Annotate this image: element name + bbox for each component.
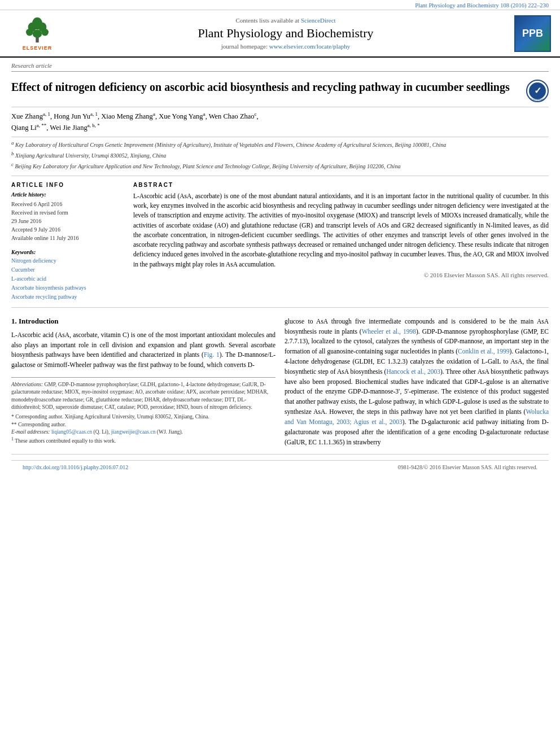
abstract-heading: ABSTRACT [133,182,549,188]
sciencedirect-line: Contents lists available at ScienceDirec… [235,17,335,24]
author-wei-jie-jiang: Wei Jie Jiang [50,124,87,132]
crossmark-icon: ✓ CrossMark [526,80,549,102]
journal-reference-bar: Plant Physiology and Biochemistry 108 (2… [0,0,560,10]
intro-para1: L-Ascorbic acid (AsA, ascorbate, vitamin… [11,330,275,370]
history-title: Article history: [11,191,124,198]
svg-point-4 [26,29,33,36]
keyword-4: Ascorbate biosynthesis pathways [11,283,124,292]
body-right-column: glucose to AsA through five intermediate… [285,317,549,452]
elsevier-tree-icon [20,16,54,44]
author-qiang-li: Qiang Li [11,124,37,132]
homepage-url[interactable]: www.elsevier.com/locate/plaphy [269,43,350,50]
keyword-5: Ascorbate recycling pathway [11,292,124,302]
keywords-title: Keywords: [11,249,124,255]
issn-copyright: 0981-9428/© 2016 Elsevier Masson SAS. Al… [398,464,537,470]
author-xue-zhang: Xue Zhang [11,112,43,120]
svg-text:✓: ✓ [534,86,541,95]
article-type-label: Research article [11,58,549,72]
affiliation-a: a Key Laboratory of Horticultural Crops … [11,139,549,149]
journal-reference: Plant Physiology and Biochemistry 108 (2… [415,2,549,8]
equal-contrib-footnote: 1 These authors contributed equally to t… [11,436,275,445]
abstract-text: L-Ascorbic acid (AsA, ascorbate) is one … [133,191,549,269]
affiliation-c: c Beijing Key Laboratory for Agriculture… [11,161,549,171]
authors-line: Xue Zhanga, 1, Hong Jun Yua, 1, Xiao Men… [11,111,549,133]
corresponding-footnote-1: * Corresponding author. Xinjiang Agricul… [11,413,275,421]
author-hong-jun-yu: Hong Jun Yu [54,112,90,120]
abstract-copyright: © 2016 Elsevier Masson SAS. All rights r… [133,269,549,278]
page-wrapper: Plant Physiology and Biochemistry 108 (2… [0,0,560,747]
title-section: Effect of nitrogen deficiency on ascorbi… [11,76,549,107]
elsevier-label: ELSEVIER [23,45,53,51]
received-date: Received 6 April 2016 [11,200,124,208]
affiliation-b: b Xinjiang Agricultural University, Urum… [11,150,549,160]
journal-center-header: Contents lists available at ScienceDirec… [71,15,500,52]
info-abstract-section: ARTICLE INFO Article history: Received 6… [11,176,549,308]
intro-heading: 1. Introduction [11,317,275,326]
fig1-link[interactable]: Fig. 1 [204,351,220,358]
sciencedirect-link[interactable]: ScienceDirect [301,17,336,24]
abstract-column: ABSTRACT L-Ascorbic acid (AsA, ascorbate… [133,182,549,302]
body-left-column: 1. Introduction L-Ascorbic acid (AsA, as… [11,317,275,452]
email-footnote: E-mail addresses: liqiang05@caas.cn (Q. … [11,429,275,436]
email-link-1[interactable]: liqiang05@caas.cn [51,429,92,435]
main-body: 1. Introduction L-Ascorbic acid (AsA, as… [11,308,549,452]
footnote-section: Abbreviations: GMP, GDP-D-mannose pyroph… [11,377,275,445]
article-info-heading: ARTICLE INFO [11,182,124,188]
author-xue-yong-yang: Xue Yong Yang [159,112,203,120]
corresponding-footnote-2: ** Corresponding author. [11,421,275,429]
received-revised-date: 29 June 2016 [11,217,124,225]
author-xiao-meng-zhang: Xiao Meng Zhang [101,112,153,120]
elsevier-logo-area: ELSEVIER [9,15,65,52]
article-title: Effect of nitrogen deficiency on ascorbi… [11,80,520,94]
journal-header: ELSEVIER Contents lists available at Sci… [0,10,560,58]
homepage-label: journal homepage: [221,43,268,50]
ppb-logo-area: PPB [506,15,551,52]
ppb-logo: PPB [514,15,551,52]
hancock-citation[interactable]: Hancock et al., 2003 [386,368,440,375]
available-online: Available online 11 July 2016 [11,234,124,242]
contents-label: Contents lists available at [235,17,299,24]
wheeler-citation[interactable]: Wheeler et al., 1998 [362,328,416,335]
svg-point-5 [41,29,49,36]
author-wen-chao-zhao: Wen Chao Zhao [209,112,255,120]
email-link-2[interactable]: jiangweijie@caas.cn [111,429,156,435]
accepted-date: Accepted 9 July 2016 [11,225,124,234]
keywords-section: Keywords: Nitrogen deficiency Cucumber L… [11,249,124,302]
wolucka-citation[interactable]: Wolucka and Van Montagu, 2003; Agius et … [285,408,549,425]
svg-text:CrossMark: CrossMark [531,98,545,101]
keyword-3: L-ascorbic acid [11,274,124,283]
article-area: Research article Effect of nitrogen defi… [0,58,560,474]
bottom-bar: http://dx.doi.org/10.1016/j.plaphy.2016.… [11,460,549,474]
keyword-2: Cucumber [11,265,124,274]
intro-para2: glucose to AsA through five intermediate… [285,317,549,448]
article-info-column: ARTICLE INFO Article history: Received 6… [11,182,124,302]
bottom-divider [11,454,549,455]
conklin-citation[interactable]: Conklin et al., 1999 [458,348,509,355]
affiliations-section: a Key Laboratory of Horticultural Crops … [11,137,549,176]
elsevier-logo: ELSEVIER [9,16,65,51]
keyword-1: Nitrogen deficiency [11,256,124,265]
doi-link[interactable]: http://dx.doi.org/10.1016/j.plaphy.2016.… [23,464,128,470]
abbreviations-footnote: Abbreviations: GMP, GDP-D-mannose pyroph… [11,381,275,411]
received-revised-label: Received in revised form [11,208,124,217]
history-table: Received 6 April 2016 Received in revise… [11,200,124,242]
journal-title: Plant Physiology and Biochemistry [198,26,373,41]
svg-point-6 [33,30,42,38]
homepage-line: journal homepage: www.elsevier.com/locat… [221,43,350,50]
authors-section: Xue Zhanga, 1, Hong Jun Yua, 1, Xiao Men… [11,107,549,137]
